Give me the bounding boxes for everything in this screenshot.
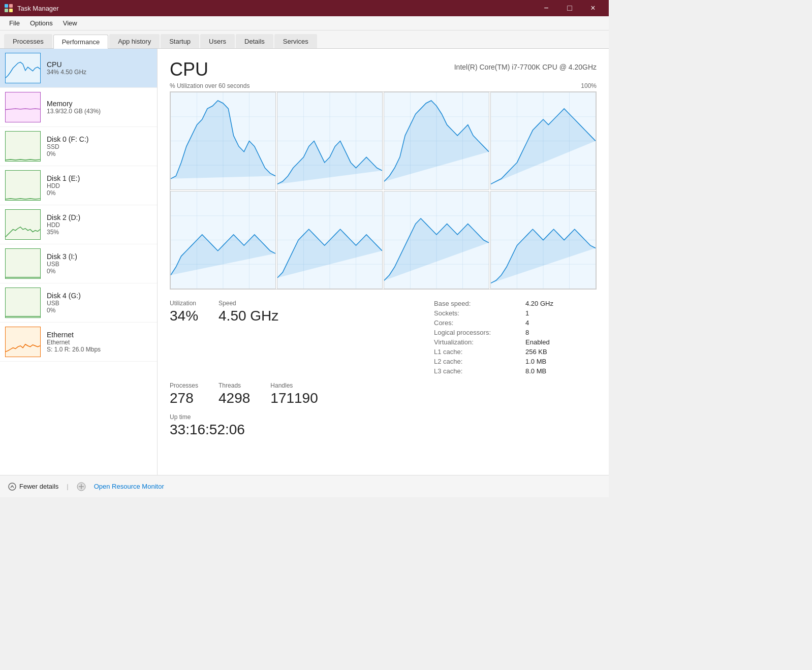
sidebar-item-memory[interactable]: Memory 13.9/32.0 GB (43%) (0, 88, 157, 127)
disk2-sidebar-info: Disk 2 (D:) HDD 35% (47, 213, 152, 236)
detail-panel: CPU Intel(R) Core(TM) i7-7700K CPU @ 4.2… (158, 49, 609, 475)
handles-value: 171190 (270, 390, 318, 406)
speed-label: Speed (218, 300, 278, 307)
speed-stat: Speed 4.50 GHz (218, 300, 278, 375)
disk3-sidebar-info: Disk 3 (I:) USB 0% (47, 252, 152, 275)
sidebar-item-cpu[interactable]: CPU 34% 4.50 GHz (0, 49, 157, 88)
processes-label: Processes (170, 382, 198, 389)
svg-rect-5 (6, 92, 40, 122)
sockets-value: 1 (525, 309, 597, 317)
utilization-value: 34% (170, 308, 198, 324)
cpu-core4-chart (170, 191, 276, 289)
svg-rect-10 (6, 288, 40, 317)
l1-label: L1 cache: (434, 348, 525, 356)
ethernet-sidebar-name: Ethernet (47, 331, 152, 339)
disk1-sidebar-sub: HDD (47, 182, 152, 189)
utilization-stat: Utilization 34% (170, 300, 198, 375)
tab-services[interactable]: Services (274, 34, 317, 48)
disk0-thumbnail (5, 131, 41, 162)
cpu-sidebar-name: CPU (47, 60, 152, 69)
l2-value: 1.0 MB (525, 358, 597, 365)
svg-point-68 (9, 483, 16, 490)
threads-label: Threads (218, 382, 250, 389)
disk4-sidebar-sub: USB (47, 300, 152, 307)
disk1-sidebar-info: Disk 1 (E:) HDD 0% (47, 174, 152, 197)
cores-label: Cores: (434, 319, 525, 327)
disk0-sidebar-name: Disk 0 (F: C:) (47, 135, 152, 143)
menu-view[interactable]: View (58, 17, 82, 29)
bottombar: Fewer details | Open Resource Monitor (0, 475, 609, 497)
utilization-label: Utilization (170, 300, 198, 307)
tab-startup[interactable]: Startup (161, 34, 199, 48)
speed-value: 4.50 GHz (218, 308, 278, 324)
sidebar-item-ethernet[interactable]: Ethernet Ethernet S: 1.0 R: 26.0 Mbps (0, 323, 157, 362)
disk2-sidebar-sub: HDD (47, 221, 152, 229)
menu-file[interactable]: File (4, 17, 25, 29)
open-resource-monitor-link[interactable]: Open Resource Monitor (94, 483, 164, 490)
close-button[interactable]: × (581, 0, 605, 16)
l3-label: L3 cache: (434, 367, 525, 375)
cores-value: 4 (525, 319, 597, 327)
minimize-button[interactable]: − (535, 0, 558, 16)
disk1-sidebar-val: 0% (47, 189, 152, 197)
stats-section: Utilization 34% Speed 4.50 GHz Base spee… (170, 300, 597, 375)
disk4-sidebar-info: Disk 4 (G:) USB 0% (47, 292, 152, 314)
main-content: CPU 34% 4.50 GHz Memory 13.9/32.0 GB (43… (0, 49, 609, 475)
tab-app-history[interactable]: App history (109, 34, 160, 48)
disk4-sidebar-val: 0% (47, 307, 152, 314)
svg-rect-11 (6, 327, 40, 357)
tab-details[interactable]: Details (236, 34, 273, 48)
svg-rect-3 (9, 9, 13, 12)
maximize-button[interactable]: □ (558, 0, 581, 16)
svg-rect-7 (6, 171, 40, 200)
processes-stat: Processes 278 (170, 382, 198, 406)
processes-stats: Processes 278 Threads 4298 Handles 17119… (170, 382, 597, 406)
sidebar-item-disk1[interactable]: Disk 1 (E:) HDD 0% (0, 166, 157, 205)
cpu-core2-chart (384, 92, 489, 190)
cpu-charts-grid (170, 91, 597, 290)
threads-stat: Threads 4298 (218, 382, 250, 406)
sidebar-item-disk3[interactable]: Disk 3 (I:) USB 0% (0, 244, 157, 283)
sidebar-item-disk0[interactable]: Disk 0 (F: C:) SSD 0% (0, 127, 157, 166)
base-speed-value: 4.20 GHz (525, 300, 597, 307)
app-title: Task Manager (17, 5, 59, 12)
svg-rect-8 (6, 210, 40, 239)
disk0-sidebar-sub: SSD (47, 143, 152, 150)
uptime-stat: Up time 33:16:52:06 (170, 413, 597, 438)
titlebar-left: Task Manager (4, 4, 59, 13)
disk0-sidebar-info: Disk 0 (F: C:) SSD 0% (47, 135, 152, 157)
disk4-thumbnail (5, 288, 41, 318)
cpu-sidebar-info: CPU 34% 4.50 GHz (47, 60, 152, 76)
disk3-sidebar-name: Disk 3 (I:) (47, 252, 152, 261)
disk0-sidebar-val: 0% (47, 150, 152, 157)
fewer-details-label: Fewer details (19, 483, 58, 490)
fewer-details-button[interactable]: Fewer details (8, 483, 58, 491)
handles-stat: Handles 171190 (270, 382, 318, 406)
logical-value: 8 (525, 329, 597, 336)
tab-processes[interactable]: Processes (4, 34, 52, 48)
menu-options[interactable]: Options (25, 17, 58, 29)
titlebar: Task Manager − □ × (0, 0, 609, 16)
sidebar-item-disk2[interactable]: Disk 2 (D:) HDD 35% (0, 205, 157, 244)
cpu-core5-chart (277, 191, 383, 289)
handles-label: Handles (270, 382, 318, 389)
tabbar: Processes Performance App history Startu… (0, 30, 609, 49)
sidebar-item-disk4[interactable]: Disk 4 (G:) USB 0% (0, 283, 157, 323)
l3-value: 8.0 MB (525, 367, 597, 375)
disk3-thumbnail (5, 248, 41, 279)
tab-users[interactable]: Users (200, 34, 235, 48)
tab-performance[interactable]: Performance (53, 35, 108, 49)
memory-sidebar-val: 13.9/32.0 GB (43%) (47, 108, 152, 115)
disk3-sidebar-sub: USB (47, 261, 152, 268)
disk4-sidebar-name: Disk 4 (G:) (47, 292, 152, 300)
detail-header: CPU Intel(R) Core(TM) i7-7700K CPU @ 4.2… (170, 59, 597, 80)
chart-label-row: % Utilization over 60 seconds 100% (170, 82, 597, 89)
uptime-label: Up time (170, 413, 597, 421)
cpu-core0-chart (170, 92, 276, 190)
ethernet-sidebar-sub: Ethernet (47, 339, 152, 346)
cpu-sidebar-val: 34% 4.50 GHz (47, 69, 152, 76)
separator: | (67, 483, 68, 490)
disk1-sidebar-name: Disk 1 (E:) (47, 174, 152, 182)
disk1-thumbnail (5, 170, 41, 201)
cpu-core6-chart (384, 191, 489, 289)
